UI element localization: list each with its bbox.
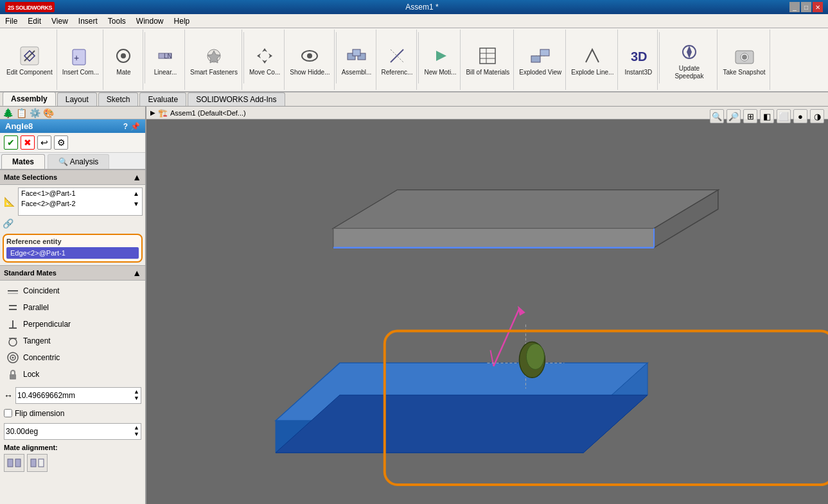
display-style-icon[interactable]: ◧	[760, 109, 774, 123]
toolbar-btn-smart-fasteners[interactable]: Smart Fasteners	[186, 30, 242, 90]
toolbar-btn-take-snapshot[interactable]: Take Snapshot	[719, 30, 770, 90]
svg-rect-13	[353, 49, 360, 56]
window-title: Assem1 *	[405, 3, 438, 12]
menu-item-view[interactable]: View	[46, 15, 73, 27]
svg-marker-52	[333, 190, 718, 229]
toolbar-btn-exploded-view[interactable]: Exploded View	[515, 30, 566, 90]
svg-rect-41	[8, 459, 13, 467]
view-options-icon[interactable]: ⊞	[743, 109, 757, 123]
3d-scene	[146, 119, 828, 504]
svg-marker-54	[333, 229, 654, 248]
ok-button[interactable]: ✔	[4, 135, 18, 150]
tab-sketch[interactable]: Sketch	[98, 92, 139, 106]
angle-down-arrow[interactable]: ▼	[134, 431, 139, 438]
toolbar-btn-assembly[interactable]: Assembl...	[338, 30, 376, 90]
svg-marker-16	[436, 51, 446, 61]
toolbar-btn-bom[interactable]: Bill of Materials	[462, 30, 514, 90]
menu-item-insert[interactable]: Insert	[73, 15, 103, 27]
toolbar-btn-mate[interactable]: Mate	[105, 30, 143, 90]
dimension-section: ↔ ▲ ▼	[0, 385, 145, 406]
svg-point-10	[307, 53, 312, 58]
dimension-input[interactable]	[17, 391, 134, 400]
tab-assembly[interactable]: Assembly	[3, 92, 56, 106]
appearance-icon[interactable]: ●	[793, 109, 807, 123]
svg-rect-22	[540, 49, 549, 56]
dim-down-arrow[interactable]: ▼	[134, 395, 139, 402]
menu-item-tools[interactable]: Tools	[103, 15, 131, 27]
mate-type-parallel[interactable]: Parallel	[4, 300, 141, 315]
tree-expand-icon[interactable]: ▶	[150, 109, 155, 116]
mate-selections-header: Mate Selections ▲	[0, 169, 145, 185]
sub-tabs: Mates 🔍 Analysis	[0, 153, 145, 169]
selection-item-face2[interactable]: Face<2>@Part-2 ▼	[19, 198, 142, 209]
toolbar-btn-edit-component[interactable]: Edit Component	[3, 30, 57, 90]
svg-point-4	[121, 53, 126, 58]
tab-layout[interactable]: Layout	[57, 92, 97, 106]
toolbar-btn-linear[interactable]: LN Linear...	[146, 30, 185, 90]
flip-dimension-checkbox[interactable]	[4, 409, 12, 417]
view-orientation-icon[interactable]: ⬜	[777, 109, 791, 123]
panel-pin-icon[interactable]: 📌	[130, 122, 140, 131]
mate-type-concentric[interactable]: Concentric	[4, 350, 141, 365]
options-button[interactable]: ⚙	[54, 135, 68, 150]
section-view-icon[interactable]: ◑	[810, 109, 824, 123]
mate-type-lock[interactable]: Lock	[4, 367, 141, 382]
svg-rect-42	[15, 459, 21, 467]
tab-mates[interactable]: Mates	[1, 154, 45, 169]
svg-line-14	[391, 49, 403, 62]
viewport[interactable]: ▶ 🏗️ Assem1 (Default<Def...) 🔍 🔎 ⊞ ◧ ⬜ ●…	[146, 107, 828, 504]
tab-addins[interactable]: SOLIDWORKS Add-Ins	[188, 92, 285, 106]
maximize-button[interactable]: □	[801, 2, 811, 12]
menu-item-window[interactable]: Window	[131, 15, 169, 27]
toolbar-btn-instant3d[interactable]: 3D Instant3D	[619, 30, 658, 90]
menu-bar: File Edit View Insert Tools Window Help	[0, 14, 828, 28]
selection-list[interactable]: Face<1>@Part-1 ▲ Face<2>@Part-2 ▼	[18, 187, 143, 216]
panel-title: Angle8 ? 📌	[0, 119, 145, 133]
sw-logo: 2S SOLIDWORKS	[5, 2, 55, 12]
zoom-out-icon[interactable]: 🔎	[727, 109, 741, 123]
config-manager-icon[interactable]: ⚙️	[30, 108, 40, 118]
toolbar-btn-move[interactable]: Move Co...	[245, 30, 285, 90]
selection-item-face1[interactable]: Face<1>@Part-1 ▲	[19, 188, 142, 198]
panel-help-icon[interactable]: ?	[123, 122, 128, 131]
toolbar-btn-insert-component[interactable]: + Insert Com...	[58, 30, 103, 90]
svg-point-28	[742, 55, 747, 60]
angle-input[interactable]	[6, 427, 134, 436]
mate-type-tangent[interactable]: Tangent	[4, 333, 141, 349]
toolbar-btn-explode-line[interactable]: Explode Line...	[567, 30, 618, 90]
menu-item-edit[interactable]: Edit	[22, 15, 46, 27]
mate-type-perpendicular[interactable]: Perpendicular	[4, 317, 141, 332]
scroll-up-arrow[interactable]: ▲	[133, 190, 139, 197]
tab-evaluate[interactable]: Evaluate	[139, 92, 186, 106]
panel-toolbar: 🌲 📋 ⚙️ 🎨	[0, 107, 145, 119]
close-button[interactable]: ✕	[813, 2, 823, 12]
svg-text:+: +	[74, 53, 79, 63]
scroll-down-arrow[interactable]: ▼	[133, 200, 139, 207]
feature-tree-icon[interactable]: 🌲	[3, 108, 13, 118]
mate-selections-collapse-icon[interactable]: ▲	[132, 172, 141, 182]
menu-item-help[interactable]: Help	[169, 15, 195, 27]
flip-dimension-label[interactable]: Flip dimension	[15, 409, 64, 418]
toolbar-btn-show-hide[interactable]: Show Hidde...	[286, 30, 334, 90]
tab-analysis[interactable]: 🔍 Analysis	[48, 154, 109, 169]
svg-marker-49	[276, 395, 647, 453]
reference-entity-input[interactable]: Edge<2>@Part-1	[6, 247, 139, 259]
angle-section: ▲ ▼	[0, 421, 145, 442]
zoom-in-icon[interactable]: 🔍	[710, 109, 724, 123]
standard-mates-label: Standard Mates	[4, 269, 57, 277]
menu-item-file[interactable]: File	[0, 15, 22, 27]
svg-rect-40	[10, 374, 16, 379]
redo-button[interactable]: ↩	[37, 135, 51, 150]
property-manager-icon[interactable]: 📋	[16, 108, 27, 118]
toolbar-btn-reference[interactable]: Referenc...	[378, 30, 418, 90]
mate-type-coincident[interactable]: Coincident	[4, 283, 141, 299]
cancel-button[interactable]: ✖	[21, 135, 35, 150]
display-manager-icon[interactable]: 🎨	[43, 108, 54, 118]
standard-mates-collapse-icon[interactable]: ▲	[132, 268, 141, 278]
mate-align-button-aligned[interactable]	[4, 454, 24, 472]
assembly-icon-small: 🏗️	[158, 109, 168, 117]
toolbar-btn-new-motion[interactable]: New Moti...	[420, 30, 461, 90]
toolbar-btn-update-speedpak[interactable]: Update Speedpak	[661, 30, 718, 90]
minimize-button[interactable]: _	[789, 2, 800, 12]
mate-align-button-anti[interactable]	[27, 454, 48, 472]
